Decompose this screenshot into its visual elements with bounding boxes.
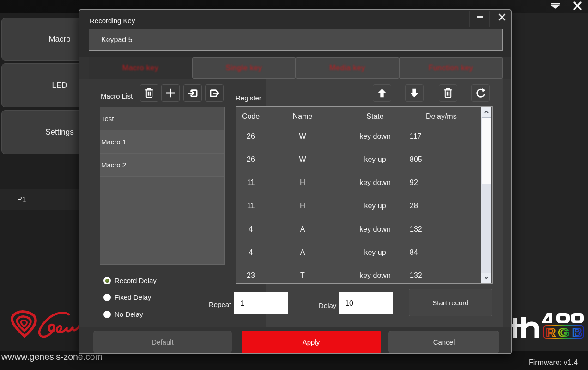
svg-text:B: B — [572, 326, 582, 339]
svg-text:G: G — [558, 326, 569, 339]
svg-text:R: R — [546, 326, 556, 339]
